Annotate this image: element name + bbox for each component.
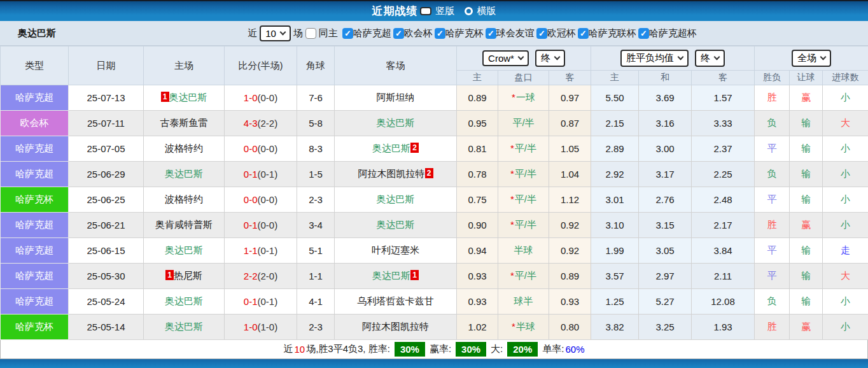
recent-results-panel: 近期战绩 竖版 横版 奥达巴斯 近 10 场 同主 ✓哈萨克超✓欧会杯✓哈萨克杯…	[0, 0, 868, 368]
result-handicap: 赢	[790, 85, 823, 111]
score-cell: 0-1(0-1)	[225, 289, 297, 315]
result-handicap: 输	[790, 136, 823, 162]
league-checkbox-checked[interactable]: ✓	[578, 28, 589, 39]
handicap-odds-away: 1.04	[549, 162, 591, 187]
home-team[interactable]: 奥达巴斯	[165, 168, 203, 179]
same-home-checkbox[interactable]	[305, 28, 316, 39]
subheader-cell: 让球	[790, 71, 823, 85]
handicap-line: *平/半	[498, 264, 549, 289]
table-row: 哈萨克超25-06-29奥达巴斯0-1(0-1)1-5阿拉木图凯拉特20.78*…	[1, 162, 868, 187]
avg-odds-away: 2.25	[692, 162, 755, 187]
avg-odds-draw: 2.97	[639, 264, 692, 289]
avg-odds-home: 1.25	[591, 289, 639, 315]
away-team[interactable]: 乌利塔哲兹卡兹甘	[358, 295, 434, 306]
away-team[interactable]: 叶利迈塞米	[372, 244, 419, 255]
home-team[interactable]: 奥达巴斯	[165, 295, 203, 306]
league-checkbox-checked[interactable]: ✓	[536, 28, 547, 39]
league-badge: 哈萨克超	[1, 264, 69, 289]
away-team[interactable]: 奥达巴斯	[377, 194, 415, 204]
result-handicap: 输	[790, 111, 823, 136]
horizontal-radio-label[interactable]: 横版	[477, 5, 496, 17]
result-handicap: 赢	[790, 315, 823, 340]
full-time-score: 0-1	[244, 220, 258, 230]
away-team[interactable]: 奥达巴斯	[377, 117, 415, 128]
home-team[interactable]: 热尼斯	[174, 270, 202, 281]
chevron-down-icon	[820, 54, 827, 60]
full-time-score: 0-1	[244, 169, 258, 180]
home-team[interactable]: 波格特约	[165, 194, 203, 204]
horizontal-radio[interactable]	[465, 7, 473, 15]
corner-score: 5-8	[297, 111, 335, 136]
home-cell: 奥达巴斯	[144, 238, 225, 264]
score-cell: 1-1(0-1)	[225, 238, 297, 264]
avg-type-select[interactable]: 胜平负均值	[620, 50, 689, 67]
home-team[interactable]: 奥达巴斯	[165, 244, 203, 255]
filter-bar: 奥达巴斯 近 10 场 同主 ✓哈萨克超✓欧会杯✓哈萨克杯✓球会友谊✓欧冠杯✓哈…	[0, 21, 868, 46]
home-cell: 奥达巴斯	[144, 162, 225, 187]
handicap-odds-home: 0.95	[457, 111, 498, 136]
result-wdl: 胜	[755, 85, 790, 111]
home-team[interactable]: 波格特约	[165, 143, 203, 153]
away-team[interactable]: 阿斯坦纳	[377, 92, 415, 103]
league-checkbox-checked[interactable]: ✓	[638, 28, 649, 39]
avg-odds-away: 3.84	[692, 238, 755, 264]
score-cell: 2-2(2-0)	[225, 264, 297, 289]
match-count-select[interactable]: 10	[260, 25, 291, 41]
avg-odds-home: 3.01	[591, 187, 639, 213]
col-header-type: 类型	[1, 46, 69, 85]
big-label: 大:	[491, 343, 503, 355]
handicap-odds-home: 0.93	[457, 289, 498, 315]
score-cell: 0-1(0-1)	[225, 162, 297, 187]
home-team[interactable]: 奥肯咸特普斯	[155, 219, 213, 230]
vertical-radio-label[interactable]: 竖版	[436, 5, 455, 17]
result-wdl: 胜	[755, 315, 790, 340]
table-row: 哈萨克超25-05-301热尼斯2-2(2-0)1-1奥达巴斯10.93*平/半…	[1, 264, 868, 289]
away-team[interactable]: 奥达巴斯	[372, 143, 410, 153]
home-cell: 波格特约	[144, 136, 225, 162]
bookmaker-select[interactable]: Crow*	[482, 50, 529, 66]
away-team[interactable]: 奥达巴斯	[372, 270, 410, 281]
red-card-count: 2	[425, 168, 433, 178]
corner-score: 3-4	[297, 213, 335, 238]
avg-time-select[interactable]: 终	[695, 50, 725, 67]
away-team[interactable]: 阿拉木图凯拉特	[358, 168, 425, 179]
away-team[interactable]: 奥达巴斯	[377, 219, 415, 230]
league-checkbox-checked[interactable]: ✓	[435, 28, 445, 39]
home-team[interactable]: 古泰斯鱼雷	[160, 117, 208, 128]
league-checkbox-checked[interactable]: ✓	[486, 28, 496, 39]
result-goals: 小	[823, 136, 868, 162]
handicap-line: *一球	[498, 85, 549, 111]
chevron-down-icon	[678, 54, 684, 60]
chevron-down-icon	[279, 29, 286, 35]
result-handicap: 输	[790, 238, 823, 264]
handicap-odds-home: 0.89	[457, 85, 498, 111]
subheader-cell: 进球数	[823, 71, 868, 85]
corner-score: 7-6	[297, 85, 335, 111]
league-checkbox-checked[interactable]: ✓	[342, 28, 353, 39]
col-header-home: 主场	[144, 46, 225, 85]
league-filter-item: ✓哈萨克超杯	[638, 27, 697, 39]
corner-score: 1-5	[297, 162, 335, 187]
handicap-text: 平/半	[515, 168, 536, 179]
handicap-text: 一球	[516, 92, 535, 103]
handicap-odds-home: 0.78	[457, 162, 498, 187]
handicap-time-select[interactable]: 终	[535, 50, 565, 67]
full-time-score: 1-0	[244, 322, 258, 332]
near-label: 近	[248, 27, 257, 39]
table-row: 哈萨克超25-07-131奥达巴斯1-0(0-0)7-6阿斯坦纳0.89*一球0…	[1, 85, 868, 111]
league-checkbox-checked[interactable]: ✓	[393, 28, 404, 39]
league-badge: 欧会杯	[1, 111, 69, 136]
table-row: 哈萨克超25-05-24奥达巴斯0-1(0-1)4-1乌利塔哲兹卡兹甘0.93球…	[1, 289, 868, 315]
league-badge: 哈萨克超	[1, 289, 69, 315]
handicap-text: 平/半	[515, 219, 536, 230]
handicap-line: 球半	[498, 289, 549, 315]
match-date: 25-06-21	[69, 213, 144, 238]
vertical-radio-selected[interactable]	[420, 7, 431, 15]
home-team[interactable]: 奥达巴斯	[165, 321, 203, 332]
chevron-down-icon	[517, 54, 524, 60]
home-team[interactable]: 奥达巴斯	[169, 92, 207, 103]
away-team[interactable]: 阿拉木图凯拉特	[362, 321, 429, 332]
match-date: 25-06-29	[69, 162, 144, 187]
same-home-label: 同主	[319, 27, 338, 39]
scope-select[interactable]: 全场	[792, 50, 831, 67]
